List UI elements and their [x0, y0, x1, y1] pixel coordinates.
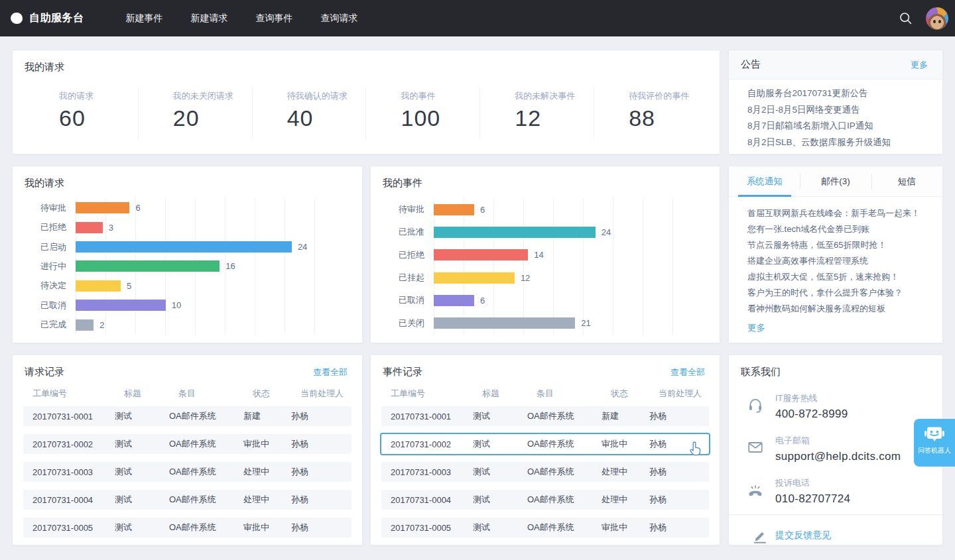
table-row[interactable]: 20170731-0003 测试 OA邮件系统 处理中 孙杨	[381, 462, 709, 482]
stat-value: 88	[629, 105, 708, 131]
nav-menu-item[interactable]: 查询请求	[307, 0, 372, 36]
chart-bar	[434, 249, 528, 260]
nav-menu-item[interactable]: 新建事件	[112, 0, 177, 36]
chart-bar	[76, 319, 94, 331]
submit-feedback-link[interactable]: 提交反馈意见	[775, 530, 831, 540]
table-row[interactable]: 20170731-0005 测试 OA邮件系统 审批中 孙杨	[381, 518, 709, 537]
robot-label: 问答机器人	[918, 446, 951, 455]
notifications-more-link[interactable]: 更多	[747, 322, 765, 334]
notification-item[interactable]: 搭建企业高效事件流程管理系统	[747, 253, 933, 269]
stat-value: 12	[515, 105, 594, 131]
cell-title: 测试	[473, 522, 527, 533]
column-header: 当前处理人	[659, 388, 720, 400]
table-row[interactable]: 20170731-0002 测试 OA邮件系统 审批中 孙杨	[381, 434, 709, 454]
table-row[interactable]: 20170731-0004 测试 OA邮件系统 处理中 孙杨	[381, 490, 709, 510]
announcements-header: 公告 更多	[729, 50, 942, 80]
contact-value: 400-872-8999	[775, 408, 936, 421]
nav-menu-item[interactable]: 新建请求	[177, 0, 242, 36]
chart-row: 已取消 6	[383, 295, 690, 306]
contact-divider	[729, 514, 942, 515]
cell-status: 审批中	[243, 438, 291, 450]
notifications-list: 首届互联网新兵在线峰会：新手老鸟一起来！您有一张.tech域名代金券已到账节点云…	[729, 197, 942, 317]
request-records-card: 请求记录 查看全部 工单编号标题条目状态当前处理人 20170731-0001 …	[12, 355, 363, 545]
contact-entry-complaint: 投诉电话 010-82707724	[729, 471, 942, 513]
announcement-item[interactable]: 8月2日-8月5日网络变更通告	[747, 102, 933, 119]
incidents-chart-card: 我的事件 待审批 6 已批准 24	[370, 166, 720, 343]
chart-bar	[76, 241, 292, 252]
chart-row: 进行中 16	[25, 260, 332, 272]
stat-label: 我的未解决事件	[515, 90, 594, 102]
chart-bar	[434, 204, 474, 215]
chart-bar-track: 21	[434, 317, 690, 329]
announcement-item[interactable]: 8月2日SLB、云数据库服务升级通知	[747, 135, 933, 151]
chart-row: 已拒绝 14	[383, 249, 690, 260]
notification-tab[interactable]: 邮件(3)	[800, 166, 871, 196]
column-header: 工单编号	[32, 388, 124, 400]
cell-handler: 孙杨	[649, 438, 709, 450]
chart-bar-value: 6	[135, 203, 140, 213]
chart-bar-track: 10	[76, 300, 332, 311]
notification-item[interactable]: 节点云服务特惠，低至65折限时抢！	[747, 237, 933, 253]
notification-tab[interactable]: 短信	[871, 166, 942, 196]
cell-ticket-id: 20170731-0005	[32, 523, 115, 533]
table-row[interactable]: 20170731-0002 测试 OA邮件系统 审批中 孙杨	[23, 434, 351, 454]
dashboard-page: 自助服务台 新建事件新建请求查询事件查询请求 我的请求 我的请求 60 我的	[0, 0, 955, 560]
table-row[interactable]: 20170731-0004 测试 OA邮件系统 处理中 孙杨	[23, 490, 351, 510]
app-title: 自助服务台	[29, 11, 84, 25]
chart-category-label: 已完成	[25, 319, 76, 331]
chart-category-label: 已启动	[25, 241, 76, 253]
stat-label: 待我评价的事件	[629, 90, 708, 102]
notification-item[interactable]: 首届互联网新兵在线峰会：新手老鸟一起来！	[747, 205, 933, 221]
table-row[interactable]: 20170731-0005 测试 OA邮件系统 审批中 孙杨	[23, 518, 351, 537]
table-row[interactable]: 20170731-0003 测试 OA邮件系统 处理中 孙杨	[23, 462, 351, 482]
notification-item[interactable]: 您有一张.tech域名代金券已到账	[747, 221, 933, 237]
contact-label: IT服务热线	[775, 392, 936, 404]
chart-row: 已关闭 21	[383, 317, 690, 329]
contact-title: 联系我们	[741, 366, 781, 378]
incident-table-columns: 工单编号标题条目状态当前处理人	[371, 388, 720, 400]
chart-category-label: 进行中	[25, 260, 76, 272]
chart-bar-value: 14	[534, 250, 543, 260]
announcement-item[interactable]: 8月7日邮箱域名新增入口IP通知	[747, 118, 933, 135]
chart-row: 已完成 2	[25, 319, 332, 331]
incidents-chart-bars: 待审批 6 已批准 24 已拒绝	[383, 198, 690, 335]
table-row[interactable]: 20170731-0001 测试 OA邮件系统 新建 孙杨	[381, 406, 709, 426]
cell-title: 测试	[473, 410, 527, 422]
user-avatar[interactable]	[926, 7, 948, 30]
stat-item: 我的请求 60	[25, 87, 139, 139]
qa-robot-button[interactable]: 问答机器人	[914, 419, 955, 467]
column-header: 状态	[611, 388, 659, 400]
stat-label: 我的请求	[59, 90, 138, 102]
contact-card: 联系我们 IT服务热线 400-872-8999	[728, 355, 943, 545]
chart-row: 待审批 6	[383, 204, 690, 215]
chart-category-label: 已关闭	[383, 317, 434, 329]
stat-value: 100	[401, 105, 479, 131]
notification-item[interactable]: 客户为王的时代，拿什么提升客户体验？	[747, 285, 933, 301]
search-button[interactable]	[897, 9, 915, 28]
chart-row: 已取消 10	[25, 300, 332, 311]
chart-bar-track: 2	[76, 319, 332, 331]
stat-item: 待我评价的事件 88	[594, 87, 708, 139]
table-row[interactable]: 20170731-0001 测试 OA邮件系统 新建 孙杨	[23, 406, 351, 426]
notification-item[interactable]: 虚拟主机双大促，低至5折，速来抢购！	[747, 269, 933, 285]
cell-ticket-id: 20170731-0004	[391, 495, 473, 505]
nav-menu-item[interactable]: 查询事件	[242, 0, 307, 36]
chart-category-label: 待审批	[383, 203, 434, 215]
notification-tab[interactable]: 系统通知	[729, 166, 800, 196]
request-view-all-link[interactable]: 查看全部	[313, 366, 348, 378]
announcements-more-link[interactable]: 更多	[911, 59, 928, 71]
cell-title: 测试	[115, 494, 169, 506]
app-logo[interactable]: 自助服务台	[11, 11, 84, 25]
chart-bar-value: 5	[127, 281, 131, 291]
contact-entry-email: 电子邮箱 support@help.dcits.com	[729, 428, 942, 471]
incident-view-all-link[interactable]: 查看全部	[670, 366, 705, 378]
cell-item: OA邮件系统	[169, 522, 243, 533]
cell-ticket-id: 20170731-0003	[391, 467, 473, 477]
chart-bar	[434, 317, 575, 329]
announcement-item[interactable]: 自助服务台20170731更新公告	[747, 85, 933, 102]
chart-bar-value: 24	[298, 242, 307, 252]
notification-item[interactable]: 看神州数码如何解决服务流程的短板	[747, 301, 933, 317]
chart-row: 已启动 24	[25, 241, 332, 252]
incident-table-body: 20170731-0001 测试 OA邮件系统 新建 孙杨 20170731-0…	[381, 406, 709, 537]
chart-bar	[76, 260, 220, 272]
